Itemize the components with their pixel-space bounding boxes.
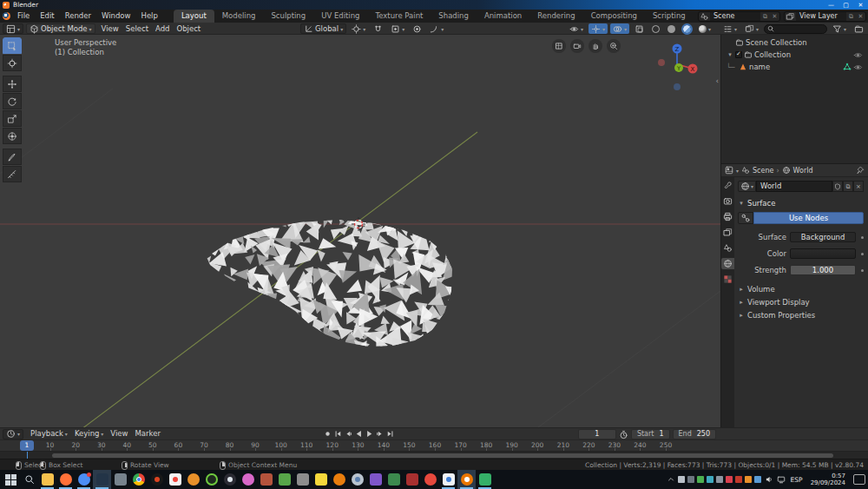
- tray-heart-icon[interactable]: [726, 476, 733, 483]
- taskbar-app-start[interactable]: [2, 470, 20, 489]
- panel-volume[interactable]: ▸Volume: [738, 283, 864, 294]
- menu-help[interactable]: Help: [135, 10, 162, 23]
- frame-start-field[interactable]: Start1: [631, 429, 670, 439]
- pivot-dropdown[interactable]: ▾: [349, 23, 368, 34]
- timeline-menu-view[interactable]: View: [107, 427, 131, 440]
- frame-end-field[interactable]: End250: [673, 429, 716, 439]
- taskbar-app-paint-app[interactable]: [239, 470, 257, 489]
- next-keyframe-button[interactable]: [375, 429, 385, 439]
- surface-dropdown[interactable]: Background: [790, 232, 856, 242]
- workspace-tab-rendering[interactable]: Rendering: [529, 10, 582, 23]
- properties-tab-world[interactable]: [721, 258, 734, 269]
- world-name-field[interactable]: World: [756, 181, 832, 192]
- properties-tab-texture[interactable]: [721, 274, 734, 285]
- tool-move[interactable]: [3, 76, 22, 92]
- axis-gizmo[interactable]: Z X Y: [653, 42, 701, 97]
- keyboard-language[interactable]: ESP: [789, 476, 805, 484]
- visibility-eye-icon[interactable]: [853, 50, 863, 60]
- taskbar-app-firefox[interactable]: [56, 470, 75, 489]
- tool-select-box[interactable]: [3, 37, 22, 54]
- taskbar-app-chrome[interactable]: [129, 470, 148, 489]
- timeline-editor-type-button[interactable]: ▾: [3, 429, 23, 439]
- taskbar-app-flash-player[interactable]: [421, 470, 439, 489]
- taskbar-app-media-player[interactable]: [93, 470, 111, 489]
- taskbar-app-messenger[interactable]: [75, 470, 93, 489]
- taskbar-app-phone-link[interactable]: [439, 470, 457, 489]
- viewport-menu-add[interactable]: Add: [152, 23, 173, 35]
- workspace-tab-compositing[interactable]: Compositing: [583, 10, 645, 23]
- shading-rendered-button[interactable]: ▾: [696, 23, 713, 34]
- panel-custom-properties[interactable]: ▸Custom Properties: [738, 309, 864, 320]
- pin-icon[interactable]: [856, 166, 865, 175]
- tool-annotate[interactable]: [3, 149, 22, 165]
- pan-view-button[interactable]: [589, 39, 602, 53]
- collection-checkbox[interactable]: [735, 51, 742, 58]
- properties-tab-tool[interactable]: [721, 180, 734, 191]
- notification-center-icon[interactable]: [853, 474, 865, 485]
- taskbar-app-droidcam[interactable]: [202, 470, 220, 489]
- tray-people-icon[interactable]: [716, 476, 723, 483]
- outliner-filter-dropdown[interactable]: ▾: [830, 23, 849, 34]
- menu-file[interactable]: File: [12, 10, 35, 23]
- unlink-world-button[interactable]: ×: [853, 181, 864, 192]
- taskbar-app-character-app[interactable]: [257, 470, 275, 489]
- workspace-tab-scripting[interactable]: Scripting: [645, 10, 694, 23]
- taskbar-app-screen-rec-green[interactable]: [476, 470, 494, 489]
- tray-green-util-icon[interactable]: [697, 476, 704, 483]
- properties-tab-view-layer[interactable]: [721, 227, 734, 238]
- snap-target-dropdown[interactable]: ▾: [388, 23, 407, 34]
- taskbar-app-green-character[interactable]: [385, 470, 403, 489]
- play-button[interactable]: [365, 429, 374, 439]
- outliner-filter-id-dropdown[interactable]: ▾: [742, 23, 761, 34]
- view-layer-unlink-icon[interactable]: ✕: [856, 13, 865, 20]
- taskbar-app-obs-studio[interactable]: [220, 470, 239, 489]
- scene-selector[interactable]: Scene ⧉ ✕: [698, 11, 780, 22]
- browse-world-button[interactable]: ▾: [738, 181, 756, 192]
- volume-icon[interactable]: [765, 475, 773, 484]
- scene-name[interactable]: Scene: [710, 12, 760, 21]
- minimize-button[interactable]: —: [824, 0, 838, 10]
- tray-printer-icon[interactable]: [678, 476, 685, 483]
- visibility-dropdown[interactable]: ▾: [567, 23, 586, 34]
- timeline-ruler[interactable]: 1 10203040506070809010011012013014015016…: [0, 439, 868, 451]
- jump-to-end-button[interactable]: [385, 429, 395, 439]
- workspace-tab-shading[interactable]: Shading: [431, 10, 477, 23]
- properties-tab-scene[interactable]: [721, 242, 734, 254]
- surface-panel-header[interactable]: ▾Surface: [738, 197, 864, 209]
- expand-arrow-icon[interactable]: ▾: [727, 51, 733, 58]
- previous-keyframe-button[interactable]: [344, 429, 353, 439]
- stopwatch-icon[interactable]: [619, 430, 628, 439]
- animate-dot-icon[interactable]: [861, 269, 864, 272]
- view-layer-copy-icon[interactable]: ⧉: [846, 13, 856, 20]
- taskbar-app-file-explorer[interactable]: [38, 470, 56, 489]
- outliner-search-input[interactable]: [764, 24, 827, 34]
- blender-menu-icon[interactable]: [0, 10, 12, 23]
- color-color[interactable]: [790, 248, 856, 259]
- tool-scale[interactable]: [3, 110, 22, 127]
- clock[interactable]: 0:57 29/09/2024: [808, 472, 848, 486]
- view-layer-name[interactable]: View Layer: [796, 12, 846, 21]
- timeline-menu-marker[interactable]: Marker: [132, 427, 164, 440]
- tray-orange-util-icon[interactable]: [745, 476, 752, 483]
- taskbar-app-blender[interactable]: [457, 470, 476, 489]
- menu-render[interactable]: Render: [60, 10, 96, 23]
- menu-edit[interactable]: Edit: [35, 10, 59, 23]
- use-nodes-button[interactable]: Use Nodes: [753, 212, 864, 224]
- viewport-menu-object[interactable]: Object: [173, 23, 204, 35]
- jump-to-start-button[interactable]: [333, 429, 343, 439]
- tray-sync-icon[interactable]: [707, 476, 713, 483]
- taskbar-app-photo-collage[interactable]: [366, 470, 385, 489]
- scene-copy-icon[interactable]: ⧉: [760, 13, 770, 20]
- tool-transform[interactable]: [3, 128, 22, 144]
- new-collection-button[interactable]: [852, 23, 866, 34]
- taskbar-app-orange-app[interactable]: [184, 470, 202, 489]
- view-layer-selector[interactable]: View Layer ⧉ ✕: [784, 11, 866, 22]
- sidebar-expand-arrow[interactable]: ‹: [715, 76, 719, 85]
- workspace-tab-modeling[interactable]: Modeling: [214, 10, 264, 23]
- visibility-eye-icon[interactable]: [853, 63, 863, 72]
- perspective-toggle-button[interactable]: [552, 39, 566, 53]
- taskbar-app-sticky-notes[interactable]: [312, 470, 330, 489]
- panel-viewport-display[interactable]: ▸Viewport Display: [738, 296, 864, 307]
- taskbar-app-red-app[interactable]: [403, 470, 421, 489]
- tray-red-util-icon[interactable]: [735, 476, 742, 483]
